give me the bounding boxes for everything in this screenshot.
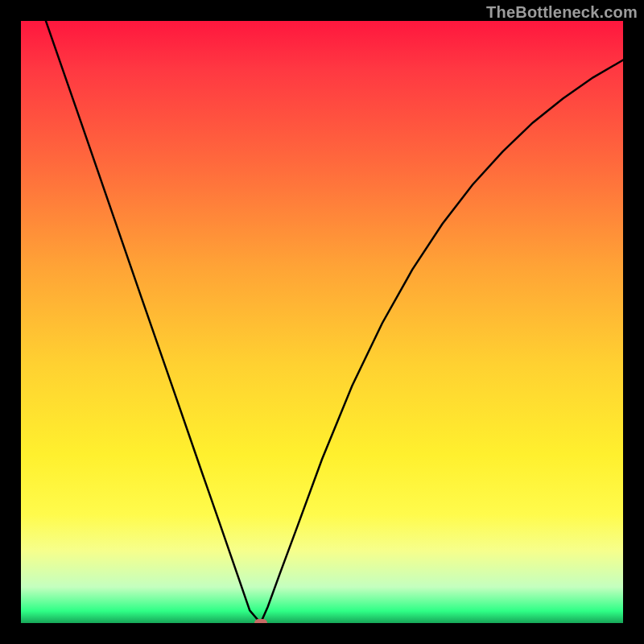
optimum-marker — [254, 619, 267, 623]
bottleneck-curve — [21, 21, 623, 623]
plot-area — [21, 21, 623, 623]
chart-root: TheBottleneck.com — [0, 0, 644, 644]
watermark-text: TheBottleneck.com — [486, 3, 638, 22]
